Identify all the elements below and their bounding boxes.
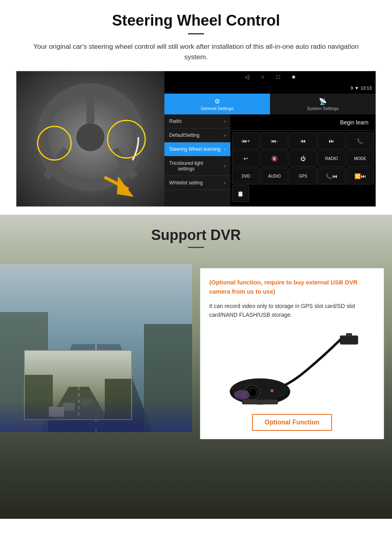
android-statusbar: 9 ▼ 13:13 — [164, 82, 376, 94]
begin-learn-row: Begin learn — [230, 114, 376, 131]
android-ui-panel: ◁ ○ □ ■ 9 ▼ 13:13 ⚙ General Settings — [164, 71, 376, 206]
btn-mode[interactable]: MODE — [346, 150, 374, 167]
svg-point-34 — [270, 389, 274, 392]
menu-whitelist[interactable]: Whitelist setting › — [164, 176, 230, 190]
tab-system-label: System Settings — [307, 106, 338, 111]
ctrl-row-2: ↩ 🔇 ⏻ RADIO MODE — [232, 150, 374, 167]
menu-default-setting[interactable]: DefaultSetting › — [164, 128, 230, 142]
wifi-icon: ▼ — [355, 86, 359, 90]
android-menu: Radio › DefaultSetting › Steering Wheel … — [164, 114, 230, 206]
steering-wheel-graphic — [24, 77, 156, 201]
svg-point-33 — [250, 390, 252, 392]
btn-shuffle-next[interactable]: 🔀⏭ — [346, 168, 374, 184]
btn-gps[interactable]: GPS — [289, 168, 317, 184]
btn-power[interactable]: ⏻ — [289, 150, 317, 167]
time-display: 13:13 — [360, 86, 372, 90]
btn-vol-minus[interactable]: ⏮- — [260, 132, 288, 149]
menu-tri-label: Tricoloured lightsettings — [169, 160, 203, 172]
dvr-description: It can record video only to storage in G… — [209, 302, 375, 320]
chevron-icon: › — [224, 133, 226, 138]
dvr-camera-image — [209, 328, 375, 408]
svg-point-35 — [234, 390, 250, 400]
ctrl-row-4: 📋 — [232, 185, 374, 202]
general-settings-icon: ⚙ — [214, 98, 220, 105]
menu-icon[interactable]: ■ — [292, 74, 295, 80]
svg-rect-36 — [242, 400, 278, 404]
btn-radio[interactable]: RADIO — [318, 150, 345, 167]
svg-rect-27 — [346, 333, 352, 336]
steering-wheel-photo — [16, 71, 164, 207]
status-icons: 9 ▼ 13:13 — [350, 86, 372, 90]
android-content: Radio › DefaultSetting › Steering Wheel … — [164, 114, 376, 206]
android-tabs: ⚙ General Settings 📡 System Settings — [164, 94, 376, 114]
car-bonnet — [0, 400, 192, 432]
dvr-road-view — [0, 264, 192, 432]
tab-general-settings[interactable]: ⚙ General Settings — [164, 94, 270, 114]
dvr-divider — [188, 247, 204, 248]
btn-mute[interactable]: 🔇 — [260, 150, 288, 167]
recents-icon[interactable]: □ — [276, 74, 280, 80]
android-navbar: ◁ ○ □ ■ — [164, 71, 376, 82]
btn-audio[interactable]: AUDIO — [260, 168, 288, 184]
dvr-body: (Optional function, require to buy exter… — [0, 256, 392, 447]
menu-tricoloured[interactable]: Tricoloured lightsettings › — [164, 156, 230, 176]
dvr-info-card: (Optional function, require to buy exter… — [200, 268, 384, 439]
menu-steering-wheel-learning[interactable]: Steering Wheel learning › — [164, 142, 230, 156]
btn-phone-prev[interactable]: 📞⏮ — [318, 168, 345, 184]
swc-title: Steering Wheel Control — [16, 12, 376, 29]
swc-divider — [188, 33, 204, 34]
begin-learn-button[interactable]: Begin learn — [337, 118, 372, 127]
control-grid: ⏮+ ⏮- ⏮ ⏭ 📞 ↩ 🔇 ⏻ RADIO MODE — [230, 131, 376, 206]
btn-dvd[interactable]: DVD — [232, 168, 260, 184]
swc-composite: ◁ ○ □ ■ 9 ▼ 13:13 ⚙ General Settings — [16, 71, 376, 207]
chevron-icon: › — [224, 181, 226, 185]
dvr-camera-svg — [220, 328, 364, 408]
system-settings-icon: 📡 — [319, 98, 327, 105]
svg-rect-26 — [340, 336, 358, 344]
btn-phone[interactable]: 📞 — [346, 132, 374, 149]
menu-default-label: DefaultSetting — [169, 132, 199, 138]
optional-function-button[interactable]: Optional Function — [252, 414, 332, 431]
back-icon[interactable]: ◁ — [245, 74, 249, 80]
tab-system-settings[interactable]: 📡 System Settings — [270, 94, 376, 114]
chevron-icon: › — [224, 119, 226, 124]
btn-vol-plus[interactable]: ⏮+ — [232, 132, 260, 149]
tab-general-label: General Settings — [201, 106, 234, 111]
btn-next[interactable]: ⏭ — [318, 132, 345, 149]
android-right-panel: Begin learn ⏮+ ⏮- ⏮ ⏭ 📞 ↩ — [230, 114, 376, 206]
menu-radio[interactable]: Radio › — [164, 114, 230, 128]
steering-wheel-svg — [24, 77, 156, 201]
chevron-icon: › — [224, 147, 226, 152]
dvr-optional-note: (Optional function, require to buy exter… — [209, 278, 375, 296]
ctrl-row-3: DVD AUDIO GPS 📞⏮ 🔀⏭ — [232, 168, 374, 184]
steering-wheel-section: Steering Wheel Control Your original car… — [0, 0, 392, 215]
dvr-header: Support DVR — [0, 215, 392, 256]
swc-description: Your original car's steering wheel contr… — [24, 42, 368, 62]
home-icon[interactable]: ○ — [261, 74, 264, 80]
dvr-section: Support DVR — [0, 215, 392, 519]
menu-radio-label: Radio — [169, 118, 182, 124]
dvr-title: Support DVR — [0, 227, 392, 244]
menu-swl-label: Steering Wheel learning — [169, 146, 220, 152]
btn-back[interactable]: ↩ — [232, 150, 260, 167]
signal-icon: 9 — [350, 86, 353, 90]
chevron-icon: › — [224, 164, 226, 168]
menu-whitelist-label: Whitelist setting — [169, 180, 203, 186]
btn-prev[interactable]: ⏮ — [289, 132, 317, 149]
dvr-left-panel — [0, 264, 192, 439]
dvr-right-panel: (Optional function, require to buy exter… — [192, 264, 392, 439]
svg-point-1 — [76, 123, 104, 151]
btn-camera[interactable]: 📋 — [232, 185, 249, 202]
ctrl-row-1: ⏮+ ⏮- ⏮ ⏭ 📞 — [232, 132, 374, 149]
